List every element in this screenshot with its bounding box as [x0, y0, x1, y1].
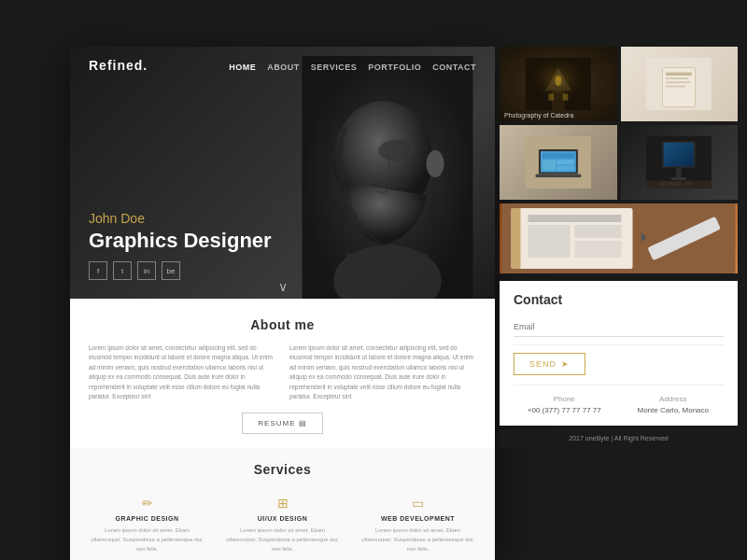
about-text-left: Lorem ipsum dolor sit amet, consectetur …	[89, 343, 275, 401]
svg-rect-12	[526, 58, 591, 110]
right-panel: Photography of Catedra	[500, 47, 738, 447]
about-text-grid: Lorem ipsum dolor sit amet, consectetur …	[89, 343, 476, 401]
service-web-dev-name: WEB DEVELOPMENT	[359, 515, 476, 522]
service-uiux-design: ⊞ UI/UX DESIGN Lorem ipsum dolor sit ame…	[219, 488, 345, 560]
portfolio-thumb-mac[interactable]	[621, 125, 739, 200]
service-uiux-design-name: UI/UX DESIGN	[224, 515, 341, 522]
nav-link-home[interactable]: HOME	[229, 63, 256, 72]
portfolio-thumb-church[interactable]: Photography of Catedra	[500, 47, 617, 121]
portfolio-thumb-church-label: Photography of Catedra	[504, 112, 573, 119]
twitter-icon[interactable]: t	[113, 261, 132, 280]
svg-rect-17	[666, 81, 691, 83]
phone-label: Phone	[514, 395, 615, 403]
service-uiux-design-desc: Lorem ipsum dolor sit amet. Etiam ullamc…	[224, 526, 341, 553]
svg-rect-2	[347, 254, 429, 299]
address-value: Monte Carlo, Monaco	[623, 406, 725, 414]
portfolio-thumb-notebook[interactable]	[621, 47, 739, 121]
brand-logo: Refined.	[89, 58, 148, 73]
nav-item-services[interactable]: SERVICES	[311, 57, 357, 74]
svg-rect-31	[676, 168, 682, 178]
svg-rect-25	[557, 166, 573, 171]
instagram-icon[interactable]: in	[137, 261, 156, 280]
web-dev-icon: ▭	[359, 496, 476, 511]
svg-rect-38	[512, 208, 521, 269]
nav-item-contact[interactable]: CONTACT	[432, 57, 476, 74]
send-icon: ➤	[561, 359, 570, 369]
nav-link-contact[interactable]: CONTACT	[432, 63, 476, 72]
hero-name: John Doe	[89, 211, 272, 226]
svg-point-4	[426, 150, 444, 177]
svg-rect-30	[664, 143, 694, 166]
nav-item-about[interactable]: ABOUT	[267, 57, 300, 74]
about-title: About me	[89, 317, 476, 332]
facebook-icon[interactable]: f	[89, 261, 107, 280]
send-btn-label: SEND	[529, 359, 557, 369]
svg-rect-24	[557, 160, 573, 164]
contact-footer: Phone +00 (377) 77 77 77 77 Address Mont…	[514, 385, 724, 414]
contact-panel: Contact SEND ➤ Phone +00 (377) 77 77 77 …	[500, 281, 738, 426]
nav-links: HOME ABOUT SERVICES PORTFOLIO CONTACT	[229, 57, 476, 74]
svg-rect-16	[666, 77, 689, 79]
graphic-design-icon: ✏	[89, 496, 205, 511]
nav-link-about[interactable]: ABOUT	[267, 63, 300, 72]
svg-rect-40	[529, 225, 571, 258]
behance-icon[interactable]: be	[162, 261, 180, 280]
svg-rect-23	[543, 160, 556, 170]
scroll-down-indicator[interactable]: ∨	[278, 279, 288, 294]
portfolio-thumb-laptop[interactable]	[500, 125, 617, 200]
uiux-design-icon: ⊞	[224, 496, 341, 511]
service-web-development: ▭ WEB DEVELOPMENT Lorem ipsum dolor sit …	[355, 488, 481, 560]
svg-rect-22	[543, 153, 574, 159]
social-icons: f t in be	[89, 261, 180, 280]
service-graphic-design-name: GRAPHIC DESIGN	[89, 515, 205, 522]
svg-rect-41	[575, 225, 622, 238]
nav-item-home[interactable]: HOME	[229, 57, 256, 74]
footer-text: 2017 oneByte | All Right Reserved	[569, 435, 669, 441]
svg-rect-35	[646, 181, 712, 189]
about-section: About me Lorem ipsum dolor sit amet, con…	[70, 299, 495, 448]
footer: 2017 oneByte | All Right Reserved	[500, 429, 738, 447]
resume-button[interactable]: RESUME ▤	[242, 413, 322, 434]
service-graphic-design-desc: Lorem ipsum dolor sit amet. Etiam ullamc…	[89, 526, 205, 553]
contact-email-input[interactable]	[514, 317, 724, 337]
hero-portrait	[299, 56, 476, 299]
contact-phone: Phone +00 (377) 77 77 77 77	[514, 395, 615, 414]
svg-rect-26	[535, 175, 581, 178]
about-text-right: Lorem ipsum dolor sit amet, consectetur …	[289, 343, 476, 401]
nav-link-portfolio[interactable]: PORTFOLIO	[368, 63, 421, 72]
services-grid: ✏ GRAPHIC DESIGN Lorem ipsum dolor sit a…	[84, 488, 481, 560]
services-title: Services	[84, 462, 481, 477]
service-graphic-design: ✏ GRAPHIC DESIGN Lorem ipsum dolor sit a…	[84, 488, 210, 560]
service-web-dev-desc: Lorem ipsum dolor sit amet. Etiam ullamc…	[359, 526, 476, 553]
send-button[interactable]: SEND ➤	[514, 353, 585, 375]
resume-btn-label: RESUME	[258, 419, 295, 427]
portfolio-thumb-sketch[interactable]	[500, 203, 738, 273]
services-section: Services ✏ GRAPHIC DESIGN Lorem ipsum do…	[70, 448, 495, 560]
svg-rect-18	[666, 85, 685, 87]
svg-rect-39	[529, 215, 622, 222]
hero-title: Graphics Designer	[89, 230, 272, 252]
contact-address: Address Monte Carlo, Monaco	[623, 395, 725, 414]
portfolio-thumbnails: Photography of Catedra	[500, 47, 738, 273]
address-label: Address	[623, 395, 725, 403]
navbar: Refined. HOME ABOUT SERVICES PORTFOLIO C…	[70, 47, 495, 84]
svg-point-5	[378, 140, 415, 161]
svg-rect-32	[671, 177, 687, 180]
hero-section: Refined. HOME ABOUT SERVICES PORTFOLIO C…	[70, 47, 495, 299]
contact-title: Contact	[514, 292, 724, 307]
svg-rect-42	[575, 241, 622, 258]
nav-link-services[interactable]: SERVICES	[311, 63, 357, 72]
main-website-card: Refined. HOME ABOUT SERVICES PORTFOLIO C…	[70, 47, 495, 560]
phone-value: +00 (377) 77 77 77 77	[514, 406, 615, 414]
svg-rect-15	[666, 72, 692, 76]
nav-item-portfolio[interactable]: PORTFOLIO	[368, 57, 421, 74]
hero-content: John Doe Graphics Designer	[89, 211, 272, 252]
